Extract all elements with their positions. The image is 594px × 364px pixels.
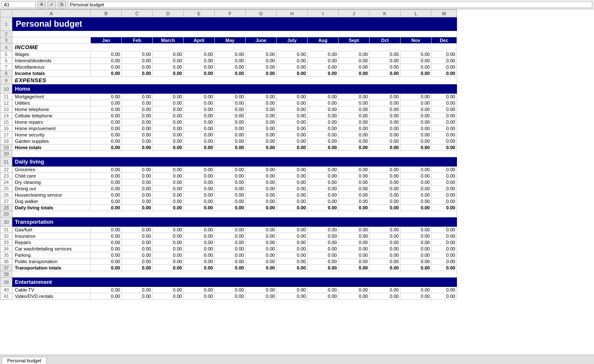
col-header-K[interactable]: K (370, 10, 401, 17)
row-36: 36 Public transportation 0.000.000.000.0… (0, 258, 457, 265)
row-32: 32 Insurance 0.000.000.000.000.000.000.0… (0, 233, 457, 239)
col-header-J[interactable]: J (339, 10, 370, 17)
row-40: 40 Cable TV 0.000.000.000.000.000.000.00… (0, 287, 457, 293)
row-10-home-header: 10 Home (0, 84, 457, 94)
row-num-1: 1 (0, 17, 12, 31)
row-num-2: 2 (0, 31, 12, 37)
row-19-home-totals: 19 Home totals 0.000.000.000.000.000.000… (0, 144, 457, 151)
col-header-C[interactable]: C (122, 10, 153, 17)
entertainment-category-header: Entertainment (12, 278, 457, 287)
row-26: 26 Housecleaning service 0.000.000.000.0… (0, 192, 457, 198)
col-header-A[interactable]: A (12, 10, 91, 17)
daily-living-category-header: Daily living (12, 157, 457, 167)
title-cell[interactable]: Personal budget (12, 17, 457, 31)
month-feb: Feb (122, 37, 153, 44)
formula-input[interactable] (68, 1, 592, 8)
row-21-daily-living-header: 21 Daily living (0, 157, 457, 167)
row-11: 11 Mortgage/rent 0.000.000.000.000.000.0… (0, 94, 457, 100)
row-41: 41 Video/DVD rentals 0.000.000.000.000.0… (0, 293, 457, 300)
row-14: 14 Cellular telephone 0.000.000.000.000.… (0, 113, 457, 119)
month-march: March (153, 37, 184, 44)
row-5-wages: 5 Wages 0.00 0.00 0.00 0.00 0.00 0.00 0.… (0, 51, 457, 58)
row-34: 34 Car wash/detailing services 0.000.000… (0, 246, 457, 252)
col-header-G[interactable]: G (246, 10, 277, 17)
row-33: 33 Repairs 0.000.000.000.000.000.000.000… (0, 239, 457, 246)
row-2: 2 (0, 31, 457, 37)
col-header-L[interactable]: L (401, 10, 431, 17)
col-header-E[interactable]: E (184, 10, 215, 17)
month-may: May (215, 37, 246, 44)
row-31: 31 Gas/fuel 0.000.000.000.000.000.000.00… (0, 227, 457, 233)
formula-fx-btn[interactable]: fx (58, 1, 66, 8)
row-8-income-totals: 8 Income totals 0.00 0.00 0.00 0.00 0.00… (0, 70, 457, 77)
col-header-B[interactable]: B (91, 10, 122, 17)
row-3-month-headers: 3 Jan Feb March April May June July Aug … (0, 37, 457, 44)
row-6-interest: 6 Interest/dividends 0.00 0.00 0.00 0.00… (0, 58, 457, 64)
row-29-empty: 29 (0, 211, 457, 217)
month-sept: Sept (339, 37, 370, 44)
month-nov: Nov (401, 37, 431, 44)
row-28-daily-living-totals: 28 Daily living totals 0.000.000.000.000… (0, 205, 457, 211)
row-38-empty: 38 (0, 271, 457, 278)
row-35: 35 Parking 0.000.000.000.000.000.000.000… (0, 252, 457, 258)
row-23: 23 Child care 0.000.000.000.000.000.000.… (0, 173, 457, 179)
sheet-tab-personal-budget[interactable]: Personal budget (2, 357, 47, 364)
formula-bar: ✕ ✓ fx (0, 0, 594, 9)
month-oct: Oct (370, 37, 401, 44)
row-12: 12 Utilities 0.000.000.000.000.000.000.0… (0, 100, 457, 106)
formula-confirm-btn[interactable]: ✓ (48, 1, 56, 8)
cell-reference[interactable] (2, 1, 36, 8)
row-24: 24 Dry cleaning 0.000.000.000.000.000.00… (0, 179, 457, 186)
row-17: 17 Home security 0.000.000.000.000.000.0… (0, 132, 457, 138)
sheet-container[interactable]: A B C D E F G H I J K L M 1 Personal bud… (0, 9, 594, 355)
row-30-transportation-header: 30 Transportation (0, 217, 457, 227)
row-16: 16 Home improvement 0.000.000.000.000.00… (0, 125, 457, 132)
month-aug: Aug (308, 37, 339, 44)
tab-bar: Personal budget (0, 355, 594, 364)
row-7-misc: 7 Miscellaneous 0.00 0.00 0.00 0.00 0.00… (0, 64, 457, 70)
row-39-entertainment-header: 39 Entertainment (0, 278, 457, 287)
row-1: 1 Personal budget (0, 17, 457, 31)
col-header-I[interactable]: I (308, 10, 339, 17)
row-22: 22 Groceries 0.000.000.000.000.000.000.0… (0, 167, 457, 173)
row-27: 27 Dog walker 0.000.000.000.000.000.000.… (0, 198, 457, 205)
transportation-category-header: Transportation (12, 217, 457, 227)
home-category-header: Home (12, 84, 457, 94)
expenses-section-header: Expenses (12, 77, 457, 84)
row-20-empty: 20 (0, 151, 457, 157)
month-april: April (184, 37, 215, 44)
row-9-expenses-header: 9 Expenses (0, 77, 457, 84)
formula-cancel-btn[interactable]: ✕ (37, 1, 46, 8)
month-june: June (246, 37, 277, 44)
col-header-M[interactable]: M (431, 10, 457, 17)
row-25: 25 Dining out 0.000.000.000.000.000.000.… (0, 186, 457, 192)
corner-cell (0, 10, 12, 17)
row-13: 13 Home telephone 0.000.000.000.000.000.… (0, 106, 457, 113)
row-4-income-header: 4 Income (0, 44, 457, 51)
row-15: 15 Home repairs 0.000.000.000.000.000.00… (0, 119, 457, 125)
col-header-D[interactable]: D (153, 10, 184, 17)
col-header-F[interactable]: F (215, 10, 246, 17)
month-july: July (277, 37, 308, 44)
row-18: 18 Garden supplies 0.000.000.000.000.000… (0, 138, 457, 144)
row-37-transportation-totals: 37 Transportation totals 0.000.000.000.0… (0, 265, 457, 271)
income-section-header: Income (12, 44, 457, 51)
col-header-H[interactable]: H (277, 10, 308, 17)
spreadsheet-table: A B C D E F G H I J K L M 1 Personal bud… (0, 9, 457, 300)
month-dec: Dec (431, 37, 457, 44)
month-jan: Jan (91, 37, 122, 44)
